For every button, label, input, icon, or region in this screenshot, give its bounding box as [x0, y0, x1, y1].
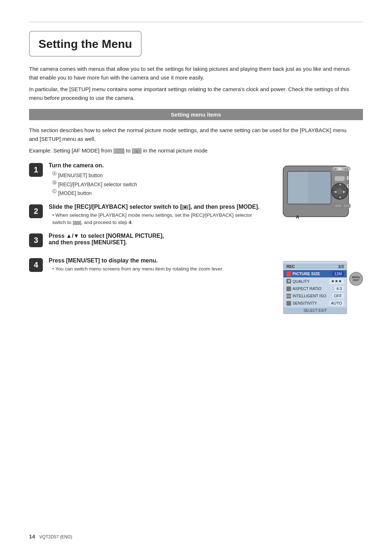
menu-icon-iso: ISO	[286, 294, 291, 298]
menu-set-label: MENU/SET	[352, 276, 360, 282]
step-4-inner: 4 Press [MENU/SET] to display the menu. …	[29, 257, 276, 273]
sub-intro-para1: This section describes how to select the…	[29, 126, 356, 143]
page-code: VQT2D57 (ENG)	[39, 534, 72, 539]
page-footer: 14 VQT2D57 (ENG)	[29, 533, 72, 539]
svg-text:ON: ON	[344, 168, 348, 171]
menu-set-button-area: MENU/SET	[349, 257, 363, 286]
step-3-title: Press ▲/▼ to select [NORMAL PICTURE],and…	[49, 233, 265, 246]
svg-text:C: C	[347, 183, 350, 189]
menu-icon-quality: ★	[286, 279, 291, 284]
menu-row-1: PICTURE SIZE 12M	[283, 270, 347, 277]
step-2-title: Slide the [REC]/[PLAYBACK] selector swit…	[49, 204, 265, 210]
step-4-row: 4 Press [MENU/SET] to display the menu. …	[29, 257, 363, 314]
step-3-content: Press ▲/▼ to select [NORMAL PICTURE],and…	[49, 233, 265, 247]
menu-row-2: ★ QUALITY ★★★	[283, 277, 347, 285]
camera-diagram-area: OFF ON ▲ ▼ ◀ ▶ B C	[272, 159, 363, 224]
top-divider	[29, 22, 363, 22]
sub-intro-para2: Example: Setting [AF MODE] from [] to [☺…	[29, 146, 356, 155]
sub-header-bar: Setting menu items	[29, 109, 363, 120]
menu-row-4: ISO INTELLIGENT ISO OFF	[283, 292, 347, 300]
svg-rect-7	[335, 176, 345, 181]
step-1-content: Turn the camera on. Ⓐ [MENU/SET] button …	[49, 162, 265, 197]
step-4-note: You can switch menu screens from any men…	[52, 265, 269, 273]
svg-text:▼: ▼	[339, 196, 342, 199]
page-title: Setting the Menu	[38, 37, 132, 50]
menu-icon-aspectratio	[286, 286, 291, 291]
camera-svg: OFF ON ▲ ▼ ◀ ▶ B C	[279, 159, 356, 222]
menu-header-right: 1/3	[338, 264, 344, 269]
menu-icon-picturesize	[286, 272, 291, 276]
intro-para2: In particular, the [SETUP] menu contains…	[29, 85, 356, 102]
svg-text:B: B	[347, 175, 350, 181]
page-number: 14	[29, 533, 35, 539]
step-2-content: Slide the [REC]/[PLAYBACK] selector swit…	[49, 204, 265, 227]
steps-left: 1 Turn the camera on. Ⓐ [MENU/SET] butto…	[29, 162, 265, 254]
menu-value-sensitivity: AUTO	[329, 301, 344, 306]
svg-point-9	[336, 188, 343, 195]
svg-rect-2	[288, 172, 308, 203]
step-1-sub-b: Ⓑ [REC]/[PLAYBACK] selector switch	[52, 179, 265, 188]
page: Setting the Menu The camera comes with m…	[0, 0, 392, 554]
step-1-title: Turn the camera on.	[49, 162, 265, 169]
menu-screenshot-area: REC 1/3 PICTURE SIZE 12M ★	[283, 257, 363, 314]
menu-row-3: ASPECT RATIO 4:3	[283, 285, 347, 292]
menu-value-aspectratio: 4:3	[335, 286, 344, 291]
section-title-box: Setting the Menu	[29, 31, 142, 57]
camera-diagram: OFF ON ▲ ▼ ◀ ▶ B C	[279, 159, 363, 224]
step-4-content: Press [MENU/SET] to display the menu. Yo…	[49, 257, 269, 273]
step-2-row: 2 Slide the [REC]/[PLAYBACK] selector sw…	[29, 204, 265, 227]
steps-wrapper: 1 Turn the camera on. Ⓐ [MENU/SET] butto…	[29, 162, 363, 254]
menu-screenshot: REC 1/3 PICTURE SIZE 12M ★	[283, 261, 347, 314]
menu-value-iso: OFF	[332, 293, 344, 298]
step-3-row: 3 Press ▲/▼ to select [NORMAL PICTURE],a…	[29, 233, 265, 247]
step-4-number: 4	[29, 258, 43, 272]
menu-label-picturesize: PICTURE SIZE	[293, 272, 320, 276]
menu-label-sensitivity: SENSITIVITY	[293, 301, 317, 305]
svg-text:◀: ◀	[334, 190, 336, 194]
svg-text:OFF: OFF	[333, 168, 338, 171]
menu-label-iso: INTELLIGENT ISO	[293, 294, 326, 298]
menu-set-button-circle: MENU/SET	[349, 272, 363, 286]
step-1-sub-c: Ⓒ [MODE] button	[52, 188, 265, 197]
step-1-sub-a: Ⓐ [MENU/SET] button	[52, 170, 265, 179]
menu-footer: SELECT EXIT	[283, 307, 347, 314]
svg-text:A: A	[296, 214, 299, 220]
step-2-note: When selecting the [PLAYBACK] mode menu …	[52, 212, 265, 227]
step-1-number: 1	[29, 163, 43, 177]
step-1-row: 1 Turn the camera on. Ⓐ [MENU/SET] butto…	[29, 162, 265, 197]
svg-text:▶: ▶	[343, 190, 346, 194]
svg-rect-15	[343, 204, 350, 208]
svg-rect-14	[335, 204, 342, 208]
menu-value-picturesize: 12M	[332, 271, 344, 276]
menu-header: REC 1/3	[283, 264, 347, 269]
menu-icon-sensitivity	[286, 301, 291, 306]
menu-row-5: SENSITIVITY AUTO	[283, 300, 347, 307]
menu-header-left: REC	[286, 264, 295, 269]
intro-para1: The camera comes with menus that allow y…	[29, 65, 356, 82]
menu-label-aspectratio: ASPECT RATIO	[293, 286, 322, 291]
step-2-number: 2	[29, 204, 43, 218]
step-3-number: 3	[29, 233, 43, 247]
menu-label-quality: QUALITY	[293, 279, 310, 284]
step-4-title: Press [MENU/SET] to display the menu.	[49, 257, 269, 264]
menu-value-quality: ★★★	[329, 278, 344, 284]
svg-text:▲: ▲	[339, 182, 342, 186]
sub-header-label: Setting menu items	[171, 111, 221, 118]
